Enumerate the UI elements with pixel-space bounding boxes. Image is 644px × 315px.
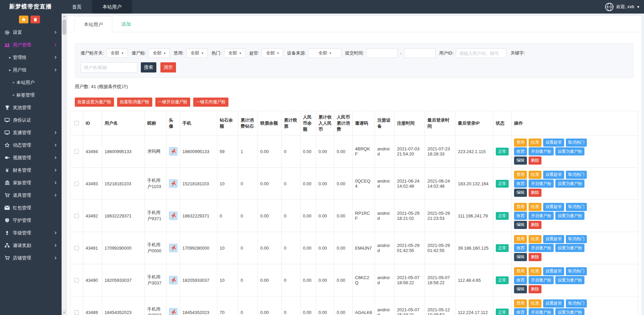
action-button-开启僵尸粉[interactable]: 开启僵尸粉 xyxy=(529,147,554,155)
sidebar-scrollbar[interactable]: ▲ ▼ xyxy=(62,14,67,315)
sidebar-item-邀请奖励[interactable]: 邀请奖励 xyxy=(0,239,62,252)
action-button-取消热门[interactable]: 取消热门 xyxy=(566,299,587,308)
action-button-编辑[interactable]: 编辑 xyxy=(514,156,527,165)
select-all-checkbox[interactable] xyxy=(74,121,79,125)
action-button-设置超管[interactable]: 设置超管 xyxy=(543,299,564,308)
action-button-开启僵尸粉[interactable]: 开启僵尸粉 xyxy=(529,244,554,252)
sidebar-item-身份认证[interactable]: 身份认证 xyxy=(0,114,62,126)
action-button-删除[interactable]: 删除 xyxy=(529,285,541,293)
action-button-推荐[interactable]: 推荐 xyxy=(514,147,527,155)
sidebar-item-用户组[interactable]: ▸用户组 xyxy=(0,64,62,76)
submit-time-start-input[interactable] xyxy=(366,48,398,58)
sidebar-item-直播管理[interactable]: 直播管理 xyxy=(0,126,62,139)
sidebar-item-等级管理[interactable]: 等级管理 xyxy=(0,227,62,239)
user-avatar[interactable] xyxy=(169,276,178,285)
action-button-编辑[interactable]: 编辑 xyxy=(514,253,527,261)
action-button-删除[interactable]: 删除 xyxy=(529,253,541,261)
action-button-推荐[interactable]: 推荐 xyxy=(514,212,527,220)
action-button-设置超管[interactable]: 设置超管 xyxy=(543,171,564,179)
action-button-推荐[interactable]: 推荐 xyxy=(514,244,527,252)
action-button-设置超管[interactable]: 设置超管 xyxy=(543,267,564,275)
sidebar-item-管理组[interactable]: ▸管理组 xyxy=(0,51,62,64)
filter-select[interactable]: 全部▾ xyxy=(186,48,208,58)
sidebar-item-家族管理[interactable]: 家族管理 xyxy=(0,176,62,189)
action-button-设置为僵尸粉[interactable]: 设置为僵尸粉 xyxy=(555,276,584,284)
user-avatar[interactable] xyxy=(169,147,178,156)
action-button-设置超管[interactable]: 设置超管 xyxy=(543,235,564,243)
action-button-设置为僵尸粉[interactable]: 设置为僵尸粉 xyxy=(555,180,584,188)
action-button-禁用[interactable]: 禁用 xyxy=(514,203,527,211)
scroll-down-arrow-icon[interactable]: ▼ xyxy=(62,310,67,315)
sidebar-item-视频管理[interactable]: 视频管理 xyxy=(0,151,62,164)
user-avatar[interactable] xyxy=(169,244,178,252)
action-button-设置为僵尸粉[interactable]: 设置为僵尸粉 xyxy=(555,244,584,252)
tab-本站用户[interactable]: 本站用户 xyxy=(74,16,112,32)
user-menu[interactable]: 欢迎, xxb ▼ xyxy=(605,0,644,14)
sidebar-item-奖池管理[interactable]: 奖池管理 xyxy=(0,101,62,114)
action-button-推荐[interactable]: 推荐 xyxy=(514,180,527,188)
sidebar-item-设置[interactable]: 设置 xyxy=(0,26,62,39)
action-button-设置超管[interactable]: 设置超管 xyxy=(543,139,564,147)
row-checkbox[interactable] xyxy=(74,214,79,218)
sidebar-item-店铺管理[interactable]: 店铺管理 xyxy=(0,252,62,264)
filter-select[interactable]: 全部▾ xyxy=(224,48,246,58)
action-button-设置为僵尸粉[interactable]: 设置为僵尸粉 xyxy=(555,147,584,155)
action-button-删除[interactable]: 删除 xyxy=(529,156,541,165)
user-avatar[interactable] xyxy=(169,179,178,188)
clear-button[interactable]: 清空 xyxy=(160,62,176,72)
action-button-删除[interactable]: 删除 xyxy=(529,221,541,229)
batch-button-一键关闭僵尸粉[interactable]: 一键关闭僵尸粉 xyxy=(193,98,228,107)
search-button[interactable]: 搜索 xyxy=(141,62,156,72)
row-checkbox[interactable] xyxy=(74,182,79,186)
sidebar-item-标签管理[interactable]: »标签管理 xyxy=(0,89,62,101)
action-button-取消热门[interactable]: 取消热门 xyxy=(566,203,587,211)
filter-select[interactable]: 全部▾ xyxy=(106,48,128,58)
action-button-取消热门[interactable]: 取消热门 xyxy=(566,171,587,179)
action-button-设置为僵尸粉[interactable]: 设置为僵尸粉 xyxy=(555,308,584,315)
username-nickname-input[interactable] xyxy=(81,62,137,72)
action-button-开启僵尸粉[interactable]: 开启僵尸粉 xyxy=(529,276,554,284)
action-button-取消热门[interactable]: 取消热门 xyxy=(566,139,587,147)
row-checkbox[interactable] xyxy=(74,310,79,315)
sidebar-item-本站用户[interactable]: »本站用户 xyxy=(0,76,62,89)
action-button-编辑[interactable]: 编辑 xyxy=(514,189,527,197)
trash-button[interactable] xyxy=(30,16,40,23)
submit-time-end-input[interactable] xyxy=(404,48,436,58)
action-button-拉黑[interactable]: 拉黑 xyxy=(529,139,541,147)
action-button-禁用[interactable]: 禁用 xyxy=(514,235,527,243)
action-button-取消热门[interactable]: 取消热门 xyxy=(566,235,587,243)
action-button-禁用[interactable]: 禁用 xyxy=(514,139,527,147)
action-button-推荐[interactable]: 推荐 xyxy=(514,276,527,284)
action-button-删除[interactable]: 删除 xyxy=(529,189,541,197)
row-checkbox[interactable] xyxy=(74,278,79,282)
action-button-禁用[interactable]: 禁用 xyxy=(514,171,527,179)
user-avatar[interactable] xyxy=(169,211,178,220)
batch-button-一键开启僵尸粉[interactable]: 一键开启僵尸粉 xyxy=(155,98,191,107)
home-button[interactable] xyxy=(19,16,28,23)
sidebar-item-用户管理[interactable]: 用户管理 xyxy=(0,39,62,51)
user-avatar[interactable] xyxy=(169,308,178,315)
sidebar-item-财务管理[interactable]: ¥财务管理 xyxy=(0,164,62,176)
action-button-拉黑[interactable]: 拉黑 xyxy=(529,203,541,211)
action-button-开启僵尸粉[interactable]: 开启僵尸粉 xyxy=(529,308,554,315)
scrollbar-thumb[interactable] xyxy=(62,19,66,35)
action-button-设置超管[interactable]: 设置超管 xyxy=(543,203,564,211)
action-button-拉黑[interactable]: 拉黑 xyxy=(529,267,541,275)
batch-button-批量设置为僵尸粉[interactable]: 批量设置为僵尸粉 xyxy=(75,98,114,107)
action-button-禁用[interactable]: 禁用 xyxy=(514,299,527,308)
topbar-tab-本站用户[interactable]: 本站用户 xyxy=(92,0,132,14)
sidebar-item-动态管理[interactable]: 动态管理 xyxy=(0,139,62,151)
sidebar-item-道具管理[interactable]: 道具管理 xyxy=(0,189,62,202)
row-checkbox[interactable] xyxy=(74,149,79,154)
action-button-取消热门[interactable]: 取消热门 xyxy=(566,267,587,275)
action-button-拉黑[interactable]: 拉黑 xyxy=(529,171,541,179)
action-button-拉黑[interactable]: 拉黑 xyxy=(529,235,541,243)
user-id-input[interactable] xyxy=(456,48,507,58)
scroll-up-arrow-icon[interactable]: ▲ xyxy=(62,14,67,19)
filter-select[interactable]: 全部▾ xyxy=(148,48,170,58)
action-button-设置为僵尸粉[interactable]: 设置为僵尸粉 xyxy=(555,212,584,220)
tab-添加[interactable]: 添加 xyxy=(112,16,140,32)
action-button-开启僵尸粉[interactable]: 开启僵尸粉 xyxy=(529,212,554,220)
filter-select[interactable]: 全部▾ xyxy=(308,48,341,58)
action-button-拉黑[interactable]: 拉黑 xyxy=(529,299,541,308)
